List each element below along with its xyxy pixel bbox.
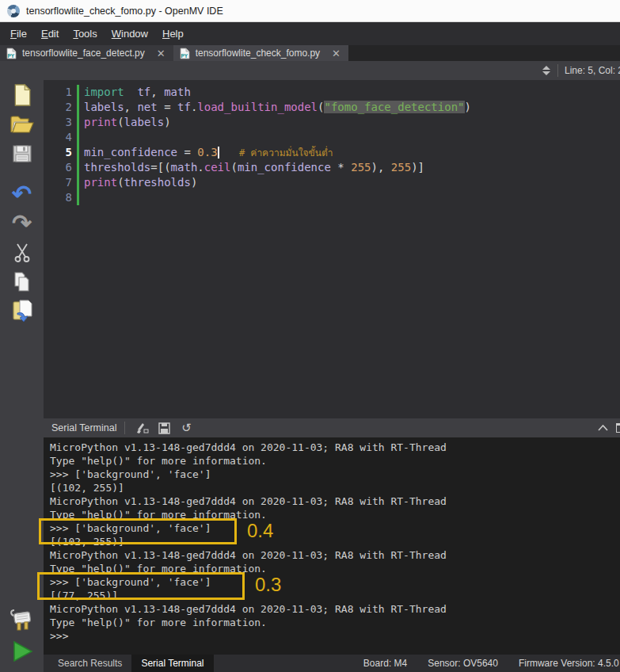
terminal-line: MicroPython v1.13-148-ged7ddd4 on 2020-1… (50, 548, 620, 562)
code-token: thresholds (84, 161, 150, 174)
change-indicator (77, 115, 79, 130)
change-indicator (77, 160, 79, 175)
new-file-icon[interactable] (7, 82, 37, 109)
code-line: 8 (44, 190, 620, 205)
code-token: math (171, 161, 198, 174)
status-tab-search-results[interactable]: Search Results (48, 655, 131, 672)
change-indicator (77, 175, 79, 190)
reload-icon[interactable]: ↺ (177, 421, 195, 435)
change-indicator (77, 190, 79, 205)
spinner-icon[interactable] (542, 65, 551, 76)
line-number: 8 (44, 190, 77, 205)
code-token: 0.3 (197, 146, 217, 158)
serial-terminal-header: Serial Terminal ↺ (44, 418, 620, 437)
code-token: , (150, 86, 164, 98)
code-line: 3print(labels) (44, 115, 620, 130)
code-editor[interactable]: 1import tf, math2labels, net = tf.load_b… (44, 80, 620, 418)
window-icon[interactable] (616, 423, 620, 433)
code-token: ( (230, 161, 237, 174)
tab-tensorflowlite_face_detect.py[interactable]: PYtensorflowlite_face_detect.py✕ (0, 45, 173, 61)
close-tab-icon[interactable]: ✕ (332, 48, 340, 59)
terminal-line: >>> (50, 629, 620, 643)
change-indicator (77, 100, 79, 115)
left-toolbar: ↶ ↷ (0, 61, 44, 672)
code-token (219, 146, 239, 158)
tab-tensorflowlite_check_fomo.py[interactable]: PYtensorflowlite_check_fomo.py✕ (173, 45, 348, 61)
serial-terminal-output[interactable]: MicroPython v1.13-148-ged7ddd4 on 2020-1… (44, 437, 620, 655)
code-token: min_confidence (238, 161, 331, 174)
code-token: 255 (351, 161, 371, 174)
code-line: 2labels, net = tf.load_builtin_model("fo… (44, 100, 620, 115)
redo-icon[interactable]: ↷ (7, 210, 37, 237)
board-label: Board: M4 (363, 658, 407, 669)
menu-file[interactable]: File (3, 25, 34, 43)
code-token: print (84, 176, 117, 189)
copy-icon[interactable] (7, 269, 37, 296)
terminal-line: MicroPython v1.13-148-ged7ddd4 on 2020-1… (50, 494, 620, 508)
terminal-line: [(77, 255)] (50, 589, 620, 602)
code-token: ) (164, 116, 170, 128)
menu-edit[interactable]: Edit (34, 25, 66, 43)
code-line: 5min_confidence = 0.3 # ค่าความมั่นใจขั้… (44, 145, 620, 160)
change-indicator (77, 145, 79, 160)
undo-icon[interactable]: ↶ (7, 181, 37, 208)
terminal-line: Type "help()" for more information. (50, 454, 620, 468)
code-text: min_confidence = 0.3 # ค่าความมั่นใจขั้น… (84, 145, 333, 160)
menu-help[interactable]: Help (155, 25, 191, 43)
code-token: labels (124, 116, 165, 128)
change-indicator (77, 130, 79, 145)
cursor-position: Line: 5, Col: 2 (565, 65, 620, 76)
tab-label: tensorflowlite_check_fomo.py (196, 48, 320, 59)
openmv-logo-icon (7, 5, 20, 17)
cut-icon[interactable] (7, 239, 37, 266)
code-text: import tf, math (84, 85, 191, 100)
python-file-icon: PY (6, 48, 17, 59)
menu-tools[interactable]: Tools (66, 25, 104, 43)
sensor-label: Sensor: OV5640 (428, 658, 498, 669)
terminal-line: [(102, 255)] (50, 481, 620, 494)
status-tab-serial-terminal[interactable]: Serial Terminal (131, 655, 213, 672)
code-token: = (177, 146, 197, 158)
code-token: tf (137, 86, 150, 98)
terminal-line: >>> ['background', 'face'] (50, 575, 620, 589)
code-text: thresholds=[(math.ceil(min_confidence * … (84, 160, 424, 175)
code-token (344, 161, 351, 174)
code-token: ( (117, 116, 124, 128)
code-token: labels (84, 101, 124, 113)
terminal-line: Type "help()" for more information. (50, 616, 620, 629)
code-token: =[( (150, 161, 170, 174)
collapse-icon[interactable] (594, 421, 611, 435)
code-line: 1import tf, math (44, 85, 620, 100)
terminal-line: MicroPython v1.13-148-ged7ddd4 on 2020-1… (50, 441, 620, 454)
save-log-icon[interactable] (155, 421, 173, 435)
code-token: # ค่าความมั่นใจขั้นต่ำ (239, 147, 333, 158)
terminal-line: Type "help()" for more information. (50, 508, 620, 521)
clear-terminal-icon[interactable] (133, 421, 150, 435)
paste-icon[interactable] (7, 298, 37, 325)
terminal-line: [(102, 255)] (50, 535, 620, 548)
menu-bar: FileEditToolsWindowHelp (0, 22, 620, 45)
menu-window[interactable]: Window (105, 25, 155, 43)
line-number: 5 (44, 145, 77, 160)
close-tab-icon[interactable]: ✕ (157, 48, 165, 59)
save-file-icon[interactable] (7, 140, 37, 167)
code-line: 6thresholds=[(math.ceil(min_confidence *… (44, 160, 620, 175)
code-token: . (197, 161, 203, 174)
status-tabs: Search ResultsSerial Terminal (48, 655, 214, 672)
code-token: import (84, 86, 124, 98)
code-token: * (337, 161, 344, 174)
title-bar: tensorflowlite_check_fomo.py - OpenMV ID… (0, 0, 620, 22)
code-token: "fomo_face_detection" (324, 101, 464, 113)
code-token: math (164, 86, 191, 98)
code-token: ) (465, 101, 471, 113)
line-number: 6 (44, 160, 77, 175)
connect-icon[interactable] (7, 606, 37, 633)
openmv-ide-window: tensorflowlite_check_fomo.py - OpenMV ID… (0, 0, 620, 672)
code-text: labels, net = tf.load_builtin_model("fom… (84, 100, 471, 115)
code-token: 255 (391, 161, 411, 174)
run-script-icon[interactable] (7, 638, 37, 665)
open-file-icon[interactable] (7, 111, 37, 138)
line-number: 7 (44, 175, 77, 190)
code-token: = (158, 101, 177, 113)
code-token: min_confidence (84, 146, 177, 158)
